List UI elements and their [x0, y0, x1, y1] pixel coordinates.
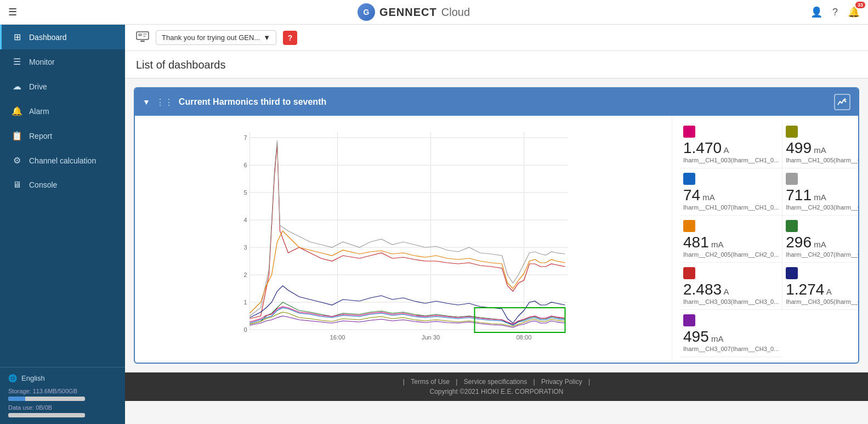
legend-color-2 [786, 126, 798, 138]
svg-rect-2 [143, 33, 147, 35]
sidebar-label-channel-calc: Channel calculation [29, 156, 96, 165]
collapse-icon[interactable]: ▼ [143, 98, 150, 106]
terms-link[interactable]: Terms of Use [411, 378, 450, 386]
legend-unit-7: A [722, 287, 729, 296]
legend-name-1: Iharm__CH1_003(Iharm__CH1_0... [683, 157, 779, 163]
svg-text:3: 3 [243, 244, 247, 251]
legend-color-6 [786, 220, 798, 232]
legend-unit-4: mA [812, 193, 826, 202]
legend-name-6: Iharm__CH2_007(Iharm__CH2_0... [786, 251, 859, 258]
legend-name-7: Iharm__CH3_003(Iharm__CH3_0... [683, 298, 779, 305]
sidebar-label-alarm: Alarm [29, 107, 49, 116]
legend-item-6: 296 mA Iharm__CH2_007(Iharm__CH2_0... [782, 216, 859, 263]
svg-text:7: 7 [243, 134, 247, 141]
legend-name-2: Iharm__CH1_005(Iharm__CH1_0... [786, 157, 859, 163]
privacy-link[interactable]: Privacy Policy [541, 378, 582, 386]
language-selector[interactable]: 🌐 English [8, 374, 117, 382]
page-title: List of dashboards [125, 51, 868, 78]
svg-text:Jun 30: Jun 30 [422, 334, 440, 341]
chevron-down-icon: ▼ [263, 33, 270, 42]
legend-color-7 [683, 267, 695, 279]
legend-value-3: 74 [683, 186, 700, 203]
legend-color-3 [683, 173, 695, 185]
workspace-selector[interactable]: Thank you for trying out GEN... ▼ [156, 30, 276, 45]
legend-color-1 [683, 126, 695, 138]
legend-unit-5: mA [709, 240, 724, 249]
top-bar-left: ☰ [8, 6, 17, 18]
channel-calc-icon: ⚙ [12, 155, 22, 166]
panel-header: ▼ ⋮⋮ Current Harmonics third to seventh [135, 88, 858, 116]
content-header: Thank you for trying out GEN... ▼ ? [125, 25, 868, 51]
sidebar-item-alarm[interactable]: 🔔 Alarm [0, 99, 125, 123]
legend-value-5: 481 [683, 234, 709, 251]
graph-button[interactable] [834, 94, 850, 110]
svg-rect-1 [138, 33, 142, 36]
legend-unit-3: mA [700, 193, 715, 202]
legend-color-8 [786, 267, 798, 279]
legend-value-1: 1.470 [683, 139, 722, 156]
svg-rect-4 [140, 41, 145, 42]
legend-item-2: 499 mA Iharm__CH1_005(Iharm__CH1_0... [782, 121, 859, 168]
data-bar [8, 413, 85, 417]
sidebar-label-report: Report [29, 132, 52, 140]
sidebar-bottom: 🌐 English Storage: 113.6MB/500GB Data us… [0, 367, 125, 424]
svg-text:0: 0 [243, 326, 247, 333]
legend-color-9 [683, 314, 695, 326]
legend-item-4: 711 mA Iharm__CH2_003(Iharm__CH2_0... [782, 168, 859, 216]
user-icon[interactable]: 👤 [810, 6, 822, 18]
globe-icon: 🌐 [8, 374, 17, 382]
sidebar-item-drive[interactable]: ☁ Drive [0, 74, 125, 99]
workspace-name: Thank you for trying out GEN... [162, 33, 260, 42]
legend-area: 1.470 A Iharm__CH1_003(Iharm__CH1_0... 4… [672, 116, 858, 363]
svg-text:08:00: 08:00 [517, 334, 532, 341]
svg-text:5: 5 [243, 189, 247, 196]
sidebar-label-dashboard: Dashboard [29, 33, 67, 42]
svg-text:1: 1 [243, 299, 247, 306]
panel-header-left: ▼ ⋮⋮ Current Harmonics third to seventh [143, 97, 326, 108]
workspace-icon [136, 31, 149, 44]
console-icon: 🖥 [12, 180, 22, 190]
storage-fill [8, 397, 25, 401]
content-area: Thank you for trying out GEN... ▼ ? List… [125, 25, 868, 424]
help-button[interactable]: ? [283, 31, 297, 45]
help-icon[interactable]: ? [832, 7, 838, 18]
legend-item-3: 74 mA Iharm__CH1_007(Iharm__CH1_0... [680, 168, 782, 216]
legend-unit-6: mA [812, 240, 826, 249]
hamburger-icon[interactable]: ☰ [8, 6, 17, 18]
legend-name-4: Iharm__CH2_003(Iharm__CH2_0... [786, 204, 859, 211]
legend-color-5 [683, 220, 695, 232]
legend-unit-1: A [722, 145, 729, 155]
legend-unit-9: mA [709, 334, 724, 343]
brand-sub: Cloud [441, 6, 470, 19]
data-label: Data use: 0B/0B [8, 404, 117, 411]
drive-icon: ☁ [12, 81, 22, 92]
legend-value-7: 2.483 [683, 281, 722, 298]
legend-item-1: 1.470 A Iharm__CH1_003(Iharm__CH1_0... [680, 121, 782, 168]
sidebar-item-monitor[interactable]: ☰ Monitor [0, 49, 125, 74]
legend-item-5: 481 mA Iharm__CH2_005(Iharm__CH2_0... [680, 216, 782, 263]
sidebar-label-monitor: Monitor [29, 58, 55, 66]
svg-text:4: 4 [243, 217, 247, 223]
sidebar-item-channel-calc[interactable]: ⚙ Channel calculation [0, 148, 125, 173]
svg-text:2: 2 [243, 272, 247, 278]
service-link[interactable]: Service specifications [464, 378, 527, 386]
chart-svg: 0 1 2 3 4 5 6 7 16:00 Jun 30 08:00 [140, 121, 666, 352]
svg-text:16:00: 16:00 [330, 334, 345, 341]
legend-value-8: 1.274 [786, 281, 824, 298]
sidebar-item-console[interactable]: 🖥 Console [0, 173, 125, 197]
panel-body: 0 1 2 3 4 5 6 7 16:00 Jun 30 08:00 [135, 116, 858, 363]
legend-name-8: Iharm__CH3_005(Iharm__CH3_0... [786, 298, 859, 305]
panel-title: Current Harmonics third to seventh [179, 97, 326, 107]
sidebar-item-report[interactable]: 📋 Report [0, 123, 125, 148]
brand-name: GENNECT [379, 6, 437, 19]
top-bar-right: 👤 ? 🔔 33 [810, 6, 860, 18]
sidebar-label-console: Console [29, 180, 57, 189]
notification-icon[interactable]: 🔔 33 [848, 6, 860, 18]
monitor-icon: ☰ [12, 56, 22, 67]
legend-value-4: 711 [786, 186, 812, 203]
sidebar-item-dashboard[interactable]: ⊞ Dashboard [0, 25, 125, 49]
top-bar-center: G GENNECT Cloud [358, 3, 470, 21]
legend-name-3: Iharm__CH1_007(Iharm__CH1_0... [683, 204, 779, 211]
drag-icon[interactable]: ⋮⋮ [156, 97, 173, 108]
legend-name-5: Iharm__CH2_005(Iharm__CH2_0... [683, 251, 779, 258]
